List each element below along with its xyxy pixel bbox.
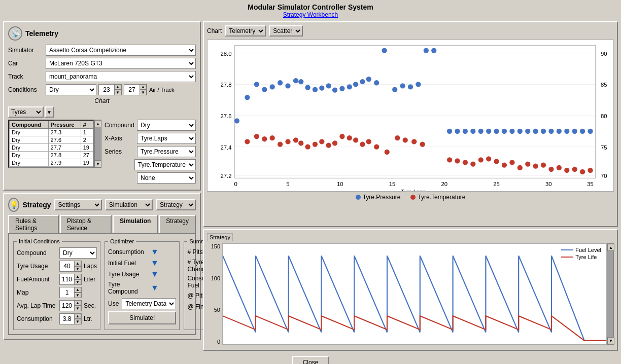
ic-fuel-up[interactable]: ▲ — [74, 274, 81, 279]
tab-rules[interactable]: Rules & Settings — [8, 215, 59, 233]
svg-point-106 — [533, 164, 538, 169]
svg-point-103 — [509, 160, 514, 165]
simulate-button[interactable]: Simulate! — [108, 311, 176, 324]
ic-consumption-up[interactable]: ▲ — [74, 313, 81, 319]
ic-lap-down[interactable]: ▼ — [74, 306, 81, 311]
svg-text:85: 85 — [601, 82, 607, 88]
strategy-scroll-up[interactable]: ▲ — [607, 244, 614, 251]
ic-compound-select[interactable]: Dry — [59, 247, 97, 259]
svg-point-66 — [557, 129, 562, 134]
ic-consumption-input[interactable] — [60, 314, 74, 324]
ic-map-spinner[interactable]: ▲ ▼ — [59, 287, 82, 298]
tyre-table-scrollbar[interactable]: ▲ ▼ — [94, 120, 101, 168]
scatter-chart-panel: Chart Telemetry Scatter 28.0 27.8 27.6 2… — [203, 21, 618, 227]
ic-lap-up[interactable]: ▲ — [74, 300, 81, 306]
simulator-label: Simulator — [8, 47, 44, 54]
svg-point-27 — [254, 82, 259, 87]
svg-point-33 — [298, 79, 303, 84]
scroll-up-btn[interactable]: ▲ — [94, 120, 101, 127]
ic-map-down[interactable]: ▼ — [74, 293, 81, 298]
conditions-select[interactable]: Dry — [46, 84, 96, 95]
series3-row: None — [105, 172, 196, 184]
strategy-chart-legend: Fuel Level Tyre Life — [561, 247, 601, 261]
tyres-select[interactable]: Tyres — [8, 106, 44, 118]
tab-strategy[interactable]: Strategy — [159, 215, 196, 233]
svg-point-102 — [502, 162, 507, 167]
close-button[interactable]: Close — [292, 356, 330, 364]
track-select[interactable]: mount_panorama — [46, 71, 196, 82]
ic-lap-input[interactable] — [60, 301, 74, 311]
simulator-select[interactable]: Assetto Corsa Competizione — [46, 45, 196, 56]
xaxis-select[interactable]: Tyre.Laps — [137, 133, 196, 144]
strategy-panel: 💡 Strategy Settings Simulation Strategy … — [3, 193, 201, 340]
use-select[interactable]: Telemetry Data — [122, 298, 176, 309]
temp1-spinner[interactable]: ▲ ▼ — [98, 84, 122, 95]
chart-mode-select[interactable]: Scatter — [269, 25, 303, 37]
ic-fuel-row: FuelAmount ▲ ▼ Liter — [17, 274, 97, 285]
xaxis-label: X-Axis — [105, 135, 135, 142]
settings-select[interactable]: Settings — [54, 199, 102, 210]
tab-pitstop[interactable]: Pitstop & Service — [60, 215, 112, 233]
simulator-row: Simulator Assetto Corsa Competizione — [8, 45, 196, 56]
svg-point-71 — [245, 139, 250, 144]
svg-point-97 — [463, 160, 468, 165]
ic-consumption-down[interactable]: ▼ — [74, 319, 81, 324]
series-label: Series — [105, 148, 135, 155]
ic-consumption-spinner[interactable]: ▲ ▼ — [59, 313, 82, 324]
compound-select[interactable]: Dry — [137, 120, 196, 131]
opt-tyre-usage-arrow: ▼ — [151, 270, 159, 279]
temp1-up[interactable]: ▲ — [114, 84, 121, 90]
scatter-legend: Tyre.Pressure Tyre.Temperature — [207, 194, 614, 201]
tyre-data-area: Compound Pressure # Dry27.31Dry27.62Dry2… — [8, 120, 196, 186]
simulation-select[interactable]: Simulation — [105, 199, 153, 210]
svg-text:35: 35 — [587, 181, 594, 187]
temp2-up[interactable]: ▲ — [140, 84, 147, 90]
series3-select[interactable]: None — [137, 172, 196, 184]
optimizer-legend: Optimizer — [108, 238, 136, 244]
chart-type-select[interactable]: Telemetry — [225, 25, 266, 37]
ic-tyre-usage-input[interactable] — [60, 261, 74, 271]
svg-text:20: 20 — [441, 181, 448, 187]
svg-point-98 — [470, 161, 475, 166]
ic-fuel-spinner[interactable]: ▲ ▼ — [59, 274, 82, 285]
y-0: 0 — [207, 339, 220, 345]
ic-tyre-usage-spinner[interactable]: ▲ ▼ — [59, 261, 82, 272]
series1-select[interactable]: Tyre.Pressure — [137, 146, 196, 157]
svg-point-108 — [548, 167, 554, 172]
col-hash: # — [81, 121, 93, 129]
tyres-dropdown-btn[interactable]: ▼ — [45, 106, 54, 118]
ic-fuel-input[interactable] — [60, 274, 74, 284]
svg-rect-24 — [235, 45, 596, 178]
temp1-down[interactable]: ▼ — [114, 90, 121, 95]
svg-text:70: 70 — [601, 173, 607, 179]
temp2-input[interactable] — [124, 85, 140, 95]
tab-simulation[interactable]: Simulation — [113, 215, 158, 233]
scroll-down-btn[interactable]: ▼ — [94, 160, 101, 167]
svg-text:75: 75 — [601, 144, 607, 151]
ic-tyre-up[interactable]: ▲ — [74, 261, 81, 266]
svg-point-60 — [509, 129, 514, 134]
strategy-workbench-link[interactable]: Strategy Workbench — [283, 11, 338, 18]
strategy-scrollbar[interactable]: ▲ ▼ — [607, 243, 614, 345]
initial-conditions-fieldset: Initial Conditions Compound Dry Tyre Usa… — [13, 238, 100, 330]
svg-point-85 — [347, 135, 352, 140]
scroll-track — [95, 127, 101, 160]
ic-map-up[interactable]: ▲ — [74, 287, 81, 293]
temp2-down[interactable]: ▼ — [140, 90, 147, 95]
series2-select[interactable]: Tyre.Temperature — [134, 159, 196, 170]
ic-tyre-down[interactable]: ▼ — [74, 266, 81, 272]
ic-fuel-down[interactable]: ▼ — [74, 279, 81, 285]
temp2-spinner[interactable]: ▲ ▼ — [124, 84, 147, 95]
chart-label-text: Chart — [207, 27, 222, 34]
temp1-input[interactable] — [99, 85, 114, 95]
series-row: Series Tyre.Pressure — [105, 146, 196, 157]
ic-lap-spinner[interactable]: ▲ ▼ — [59, 300, 82, 311]
svg-point-52 — [447, 129, 452, 134]
y-50: 50 — [207, 307, 220, 313]
car-select[interactable]: McLaren 720S GT3 — [46, 58, 196, 69]
strategy-select[interactable]: Strategy — [156, 199, 196, 210]
ic-map-input[interactable] — [60, 287, 74, 298]
table-scroll-area: Compound Pressure # Dry27.31Dry27.62Dry2… — [8, 120, 101, 168]
strategy-scroll-down[interactable]: ▼ — [607, 337, 614, 344]
svg-point-89 — [374, 144, 379, 150]
